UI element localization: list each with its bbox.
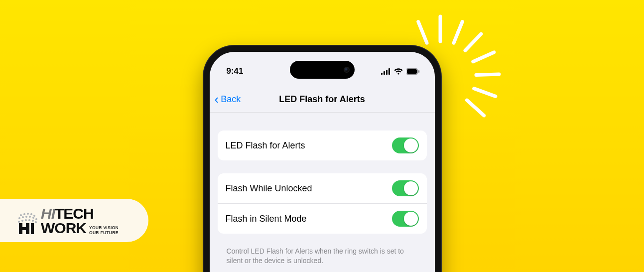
decorative-rays [430, 14, 555, 138]
brand-tagline-2: OUR FUTURE [89, 231, 119, 235]
svg-line-4 [473, 52, 494, 62]
settings-content: LED Flash for Alerts Flash While Unlocke… [210, 117, 435, 272]
toggle-flash-silent-mode[interactable] [392, 211, 419, 227]
row-label: Flash While Unlocked [226, 183, 312, 194]
svg-point-22 [22, 216, 24, 218]
svg-rect-11 [386, 70, 387, 75]
toggle-flash-while-unlocked[interactable] [392, 180, 419, 196]
front-camera-icon [344, 67, 350, 73]
svg-point-32 [35, 221, 37, 223]
svg-rect-36 [31, 223, 34, 234]
svg-rect-35 [19, 227, 29, 230]
svg-point-26 [35, 218, 37, 220]
row-flash-silent-mode[interactable]: Flash in Silent Mode [218, 203, 427, 234]
settings-group-main: LED Flash for Alerts [218, 131, 427, 160]
svg-point-28 [21, 220, 23, 222]
back-label: Back [221, 94, 241, 105]
cellular-icon [381, 68, 391, 75]
svg-point-19 [30, 213, 32, 215]
dynamic-island [290, 61, 355, 79]
svg-point-20 [33, 215, 35, 217]
row-label: LED Flash for Alerts [226, 140, 305, 151]
chevron-left-icon: ‹ [215, 93, 219, 106]
svg-rect-14 [407, 69, 417, 74]
svg-line-3 [465, 34, 481, 50]
battery-icon [406, 68, 420, 75]
svg-rect-12 [388, 68, 390, 75]
svg-point-30 [28, 219, 30, 221]
svg-point-21 [18, 217, 20, 219]
row-led-flash-alerts[interactable]: LED Flash for Alerts [218, 131, 427, 160]
svg-rect-10 [384, 71, 385, 75]
svg-rect-9 [381, 73, 383, 75]
status-time: 9:41 [227, 66, 244, 76]
phone-screen: 9:41 ‹ Back LED Flash for Alerts [210, 52, 435, 272]
svg-point-23 [25, 216, 27, 218]
settings-group-options: Flash While Unlocked Flash in Silent Mod… [218, 173, 427, 234]
toggle-led-flash-alerts[interactable] [392, 137, 419, 153]
svg-point-29 [25, 219, 27, 221]
svg-line-7 [467, 100, 484, 116]
svg-point-16 [20, 214, 22, 216]
brand-badge: HITECH WORK YOUR VISION OUR FUTURE [0, 199, 148, 242]
brand-logo-mark-icon [16, 212, 39, 235]
back-button[interactable]: ‹ Back [215, 94, 241, 106]
svg-line-5 [476, 74, 499, 75]
row-label: Flash in Silent Mode [226, 214, 307, 224]
svg-point-25 [32, 217, 34, 219]
svg-point-27 [18, 221, 20, 223]
svg-point-31 [32, 220, 34, 222]
group-footer-text: Control LED Flash for Alerts when the ri… [218, 247, 427, 266]
brand-word-work: WORK [41, 221, 86, 236]
svg-line-8 [418, 22, 427, 43]
svg-point-24 [29, 216, 31, 218]
row-flash-while-unlocked[interactable]: Flash While Unlocked [218, 173, 427, 203]
svg-point-17 [23, 213, 25, 215]
phone-device-frame: 9:41 ‹ Back LED Flash for Alerts [203, 45, 442, 272]
svg-line-2 [454, 22, 462, 43]
page-title: LED Flash for Alerts [279, 94, 365, 105]
nav-header: ‹ Back LED Flash for Alerts [210, 87, 435, 113]
svg-line-6 [474, 89, 496, 97]
svg-point-18 [27, 213, 29, 215]
svg-rect-15 [418, 70, 419, 73]
wifi-icon [394, 68, 403, 75]
